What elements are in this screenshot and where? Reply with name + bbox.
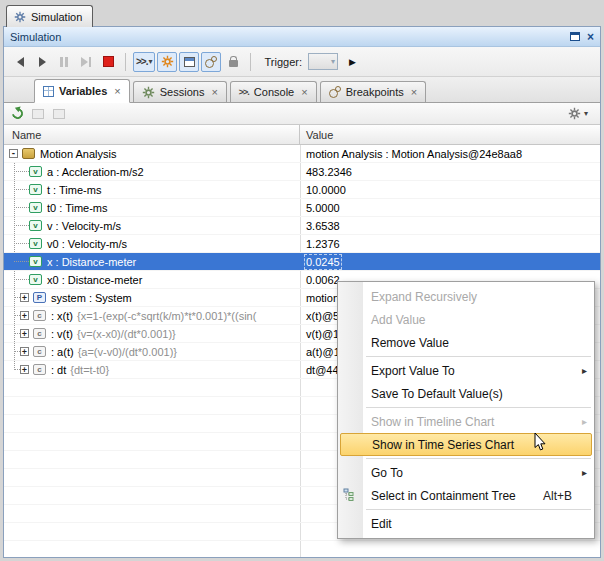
stop-icon xyxy=(103,56,114,67)
row-name: x : Distance-meter xyxy=(47,256,136,268)
import-button xyxy=(53,109,65,119)
row-name: : x(t) xyxy=(51,310,73,322)
row-name: Motion Analysis xyxy=(40,148,116,160)
name-cell: vv : Velocity-m/s xyxy=(4,217,300,234)
name-cell: vx0 : Distance-meter xyxy=(4,271,300,288)
collapse-expander-icon[interactable]: - xyxy=(9,149,18,158)
row-value: motion Analysis : Motion Analysis@24e8aa… xyxy=(306,148,522,160)
breakpoints-toggle[interactable] xyxy=(201,52,221,72)
tab-sessions[interactable]: Sessions× xyxy=(133,81,227,102)
expand-expander-icon[interactable]: + xyxy=(20,329,29,338)
menu-item-label: Export Value To xyxy=(371,364,455,378)
menu-item-go-to[interactable]: Go To▸ xyxy=(338,461,594,484)
sessions-tab-icon xyxy=(142,86,155,99)
toolbar-separator xyxy=(125,53,126,71)
row-value: 0.0062 xyxy=(306,274,340,286)
variables-tab-icon xyxy=(43,86,54,97)
tab-breakpoints[interactable]: Breakpoints× xyxy=(320,81,427,102)
step-over-button xyxy=(76,52,96,72)
pause-icon xyxy=(60,57,68,67)
variable-icon: v xyxy=(29,202,42,213)
name-cell: +c: v(t){v=(x-x0)/(dt*0.001)} xyxy=(4,325,300,342)
expand-expander-icon[interactable]: + xyxy=(20,293,29,302)
submenu-arrow-icon: ▸ xyxy=(582,365,587,376)
row-formula: {a=(v-v0)/(dt*0.001)} xyxy=(78,346,177,358)
row-name: : a(t) xyxy=(51,346,74,358)
table-row[interactable]: va : Accleration-m/s2483.2346 xyxy=(4,163,600,181)
window-icon xyxy=(184,57,195,67)
close-tab-icon[interactable]: × xyxy=(211,86,217,98)
menu-item-select-in-containment-tree[interactable]: Select in Containment TreeAlt+B xyxy=(338,484,594,507)
menu-item-save-to-default-value-s[interactable]: Save To Default Value(s) xyxy=(338,382,594,405)
column-header-value[interactable]: Value xyxy=(300,125,600,144)
menu-item-label: Show in Timeline Chart xyxy=(371,415,494,429)
name-cell: +c: a(t){a=(v-v0)/(dt*0.001)} xyxy=(4,343,300,360)
variable-icon: v xyxy=(29,166,42,177)
tree-connector xyxy=(14,207,29,208)
breakpoints-tab-icon xyxy=(329,86,341,98)
table-row[interactable]: vt0 : Time-ms5.0000 xyxy=(4,199,600,217)
column-header-name[interactable]: Name xyxy=(4,125,300,144)
value-cell: 1.2376 xyxy=(300,235,600,252)
refresh-icon[interactable] xyxy=(10,106,25,121)
ui-panels-toggle[interactable] xyxy=(179,52,199,72)
table-row[interactable]: vv : Velocity-m/s3.6538 xyxy=(4,217,600,235)
table-row[interactable]: vv0 : Velocity-m/s1.2376 xyxy=(4,235,600,253)
menu-item-edit[interactable]: Edit xyxy=(338,512,594,535)
variable-icon: v xyxy=(29,220,42,231)
table-row[interactable]: vx : Distance-meter0.0245 xyxy=(4,253,600,271)
breakpoint-icon xyxy=(205,56,217,68)
console-output-button[interactable]: >>. ▾ xyxy=(133,52,155,72)
value-cell: 3.6538 xyxy=(300,217,600,234)
row-name: t : Time-ms xyxy=(47,184,101,196)
table-row[interactable]: vt : Time-ms10.0000 xyxy=(4,181,600,199)
lock-button[interactable] xyxy=(223,52,243,72)
close-tab-icon[interactable]: × xyxy=(301,86,307,98)
simulation-gear-icon xyxy=(14,11,26,23)
options-gear-button[interactable]: ▾ xyxy=(568,107,592,120)
trigger-label: Trigger: xyxy=(264,56,302,68)
row-value: 1.2376 xyxy=(306,238,340,250)
menu-item-remove-value[interactable]: Remove Value xyxy=(338,331,594,354)
terminate-button[interactable] xyxy=(98,52,118,72)
part-icon: P xyxy=(33,292,46,303)
variable-icon: v xyxy=(29,184,42,195)
tree-connector xyxy=(14,171,29,172)
constraint-icon: c xyxy=(33,346,46,357)
variable-icon: v xyxy=(29,238,42,249)
expand-expander-icon[interactable]: + xyxy=(20,311,29,320)
console-tab-icon: >>. xyxy=(239,87,249,97)
name-cell: +Psystem : System xyxy=(4,289,300,306)
table-row[interactable]: -Motion Analysismotion Analysis : Motion… xyxy=(4,145,600,163)
float-window-icon[interactable] xyxy=(570,32,580,41)
name-cell: vt : Time-ms xyxy=(4,181,300,198)
expand-expander-icon[interactable]: + xyxy=(20,365,29,374)
simulation-panel: Simulation × >>. ▾ Trigger: ▾ ▶ xyxy=(3,26,601,558)
close-panel-icon[interactable]: × xyxy=(587,32,594,42)
close-tab-icon[interactable]: × xyxy=(114,85,120,97)
simulation-config-button[interactable] xyxy=(157,52,177,72)
dropdown-arrow-icon: ▾ xyxy=(331,57,335,66)
menu-item-label: Expand Recursively xyxy=(371,290,477,304)
submenu-arrow-icon: ▸ xyxy=(582,467,587,478)
table-header: Name Value xyxy=(4,125,600,145)
close-tab-icon[interactable]: × xyxy=(411,86,417,98)
tab-variables[interactable]: Variables× xyxy=(34,79,130,103)
toolbar-flyout-button[interactable]: ▶ xyxy=(349,57,356,67)
tab-bar: Variables× Sessions×>>.Console×Breakpoin… xyxy=(4,77,600,103)
menu-item-label: Go To xyxy=(371,466,403,480)
mouse-cursor xyxy=(534,432,547,452)
expand-expander-icon[interactable]: + xyxy=(20,347,29,356)
row-name: x0 : Distance-meter xyxy=(47,274,142,286)
menu-item-export-value-to[interactable]: Export Value To▸ xyxy=(338,359,594,382)
tab-console[interactable]: >>.Console× xyxy=(230,81,317,102)
name-cell: vx : Distance-meter xyxy=(4,253,300,270)
menu-item-show-in-time-series-chart[interactable]: Show in Time Series Chart xyxy=(340,433,592,456)
menu-item-label: Show in Time Series Chart xyxy=(372,438,514,452)
step-back-button[interactable] xyxy=(10,52,30,72)
run-button[interactable] xyxy=(32,52,52,72)
trigger-dropdown[interactable]: ▾ xyxy=(308,53,338,70)
menu-item-expand-recursively: Expand Recursively xyxy=(338,285,594,308)
constraint-icon: c xyxy=(33,310,46,321)
simulation-doc-tab[interactable]: Simulation xyxy=(6,5,93,27)
